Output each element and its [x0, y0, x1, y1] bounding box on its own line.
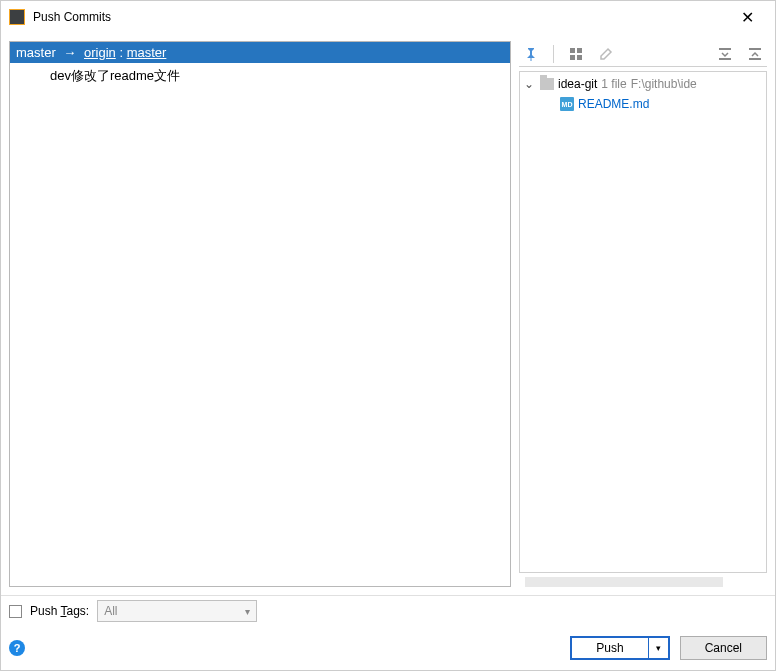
app-icon — [9, 9, 25, 25]
file-node[interactable]: MD README.md — [522, 94, 764, 114]
help-button[interactable]: ? — [9, 640, 25, 656]
collapse-all-icon[interactable] — [745, 44, 765, 64]
chevron-down-icon: ▾ — [245, 606, 250, 617]
dialog-buttons: ? Push ▾ Cancel — [1, 630, 775, 670]
group-icon[interactable] — [566, 44, 586, 64]
svg-rect-2 — [577, 48, 582, 53]
pin-icon[interactable] — [521, 44, 541, 64]
push-tags-label: Push Tags: — [30, 604, 89, 618]
push-button[interactable]: Push — [572, 638, 647, 658]
arrow-icon: → — [63, 45, 76, 60]
combo-value: All — [104, 604, 117, 618]
horizontal-scrollbar[interactable] — [525, 577, 723, 587]
svg-rect-1 — [570, 48, 575, 53]
window-title: Push Commits — [33, 10, 111, 24]
expand-all-icon[interactable] — [715, 44, 735, 64]
file-tree[interactable]: ⌄ idea-git 1 file F:\github\ide MD READM… — [519, 71, 767, 573]
changes-toolbar — [519, 41, 767, 67]
commit-message: dev修改了readme文件 — [50, 68, 180, 83]
remote-branch[interactable]: master — [127, 45, 167, 60]
push-tags-combo[interactable]: All ▾ — [97, 600, 257, 622]
push-tags-checkbox[interactable] — [9, 605, 22, 618]
project-name: idea-git — [558, 77, 597, 91]
markdown-file-icon: MD — [560, 97, 574, 111]
remote-name[interactable]: origin — [84, 45, 116, 60]
svg-rect-3 — [570, 55, 575, 60]
cancel-button[interactable]: Cancel — [680, 636, 767, 660]
chevron-down-icon[interactable]: ⌄ — [522, 77, 536, 91]
commits-panel: master → origin : master dev修改了readme文件 — [9, 41, 511, 587]
file-name: README.md — [578, 97, 649, 111]
commit-item[interactable]: dev修改了readme文件 — [10, 63, 510, 89]
project-node[interactable]: ⌄ idea-git 1 file F:\github\ide — [522, 74, 764, 94]
edit-icon[interactable] — [596, 44, 616, 64]
titlebar: Push Commits ✕ — [1, 1, 775, 33]
changes-panel: ⌄ idea-git 1 file F:\github\ide MD READM… — [519, 41, 767, 587]
push-tags-row: Push Tags: All ▾ — [1, 595, 775, 630]
main-area: master → origin : master dev修改了readme文件 — [1, 33, 775, 595]
file-count: 1 file — [601, 77, 626, 91]
svg-rect-4 — [577, 55, 582, 60]
colon: : — [119, 45, 126, 60]
close-button[interactable]: ✕ — [727, 3, 767, 31]
project-path: F:\github\ide — [631, 77, 697, 91]
folder-icon — [540, 78, 554, 90]
push-split-button: Push ▾ — [570, 636, 669, 660]
push-dropdown-button[interactable]: ▾ — [648, 638, 668, 658]
local-branch: master — [16, 45, 56, 60]
branch-header[interactable]: master → origin : master — [10, 42, 510, 63]
